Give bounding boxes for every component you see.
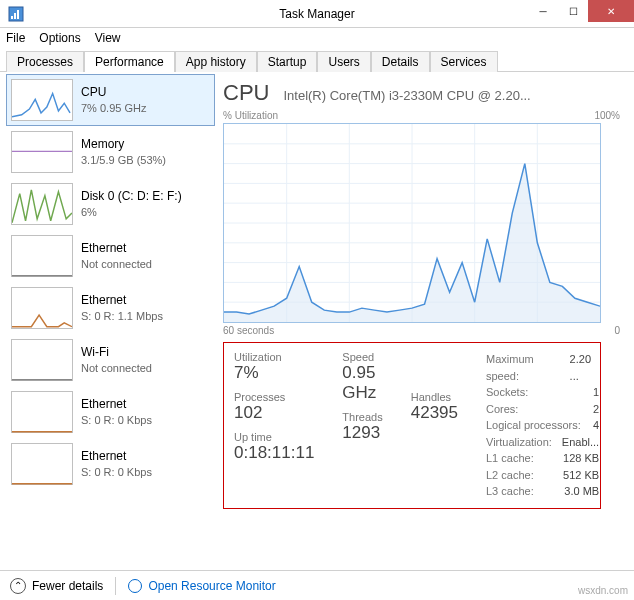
app-icon bbox=[8, 6, 24, 22]
sidebar-item-name: Ethernet bbox=[81, 449, 152, 465]
virt-label: Virtualization: bbox=[486, 434, 552, 451]
speed-label: Speed bbox=[342, 351, 382, 363]
thumbnail-chart bbox=[11, 235, 73, 277]
svg-rect-3 bbox=[17, 10, 19, 19]
sidebar-item-sub: 7% 0.95 GHz bbox=[81, 101, 146, 115]
sidebar-item-ethernet[interactable]: EthernetNot connected bbox=[6, 230, 215, 282]
cpu-utilization-chart bbox=[223, 123, 601, 323]
threads-label: Threads bbox=[342, 411, 382, 423]
maximize-button[interactable]: ☐ bbox=[558, 0, 588, 22]
sidebar[interactable]: CPU7% 0.95 GHzMemory3.1/5.9 GB (53%)Disk… bbox=[0, 72, 215, 570]
sockets-label: Sockets: bbox=[486, 384, 528, 401]
threads-value: 1293 bbox=[342, 423, 382, 443]
title-bar: Task Manager ─ ☐ ✕ bbox=[0, 0, 634, 28]
menu-file[interactable]: File bbox=[6, 31, 25, 45]
thumbnail-chart bbox=[11, 79, 73, 121]
l3-value: 3.0 MB bbox=[564, 483, 599, 500]
sockets-value: 1 bbox=[593, 384, 599, 401]
sidebar-item-sub: Not connected bbox=[81, 361, 152, 375]
utilization-value: 7% bbox=[234, 363, 314, 383]
utilization-label: Utilization bbox=[234, 351, 314, 363]
thumbnail-chart bbox=[11, 339, 73, 381]
sidebar-item-disk-0-c-d-e-f-[interactable]: Disk 0 (C: D: E: F:)6% bbox=[6, 178, 215, 230]
chart-label-top-left: % Utilization bbox=[223, 110, 278, 121]
sidebar-item-ethernet[interactable]: EthernetS: 0 R: 0 Kbps bbox=[6, 438, 215, 490]
maxspeed-label: Maximum speed: bbox=[486, 351, 560, 384]
handles-value: 42395 bbox=[411, 403, 458, 423]
sidebar-item-name: Ethernet bbox=[81, 293, 163, 309]
thumbnail-chart bbox=[11, 443, 73, 485]
lp-label: Logical processors: bbox=[486, 417, 581, 434]
tab-users[interactable]: Users bbox=[317, 51, 370, 72]
uptime-label: Up time bbox=[234, 431, 314, 443]
chevron-up-icon[interactable]: ⌃ bbox=[10, 578, 26, 594]
tab-strip: Processes Performance App history Startu… bbox=[0, 48, 634, 72]
chart-label-bottom-right: 0 bbox=[614, 325, 620, 336]
footer: ⌃ Fewer details Open Resource Monitor bbox=[0, 570, 634, 600]
separator bbox=[115, 577, 116, 595]
chart-label-top-right: 100% bbox=[594, 110, 620, 121]
l1-label: L1 cache: bbox=[486, 450, 534, 467]
handles-label: Handles bbox=[411, 391, 458, 403]
processes-label: Processes bbox=[234, 391, 314, 403]
menu-view[interactable]: View bbox=[95, 31, 121, 45]
svg-rect-2 bbox=[14, 13, 16, 19]
sidebar-item-name: Disk 0 (C: D: E: F:) bbox=[81, 189, 182, 205]
sidebar-item-sub: 3.1/5.9 GB (53%) bbox=[81, 153, 166, 167]
sidebar-item-ethernet[interactable]: EthernetS: 0 R: 0 Kbps bbox=[6, 386, 215, 438]
minimize-button[interactable]: ─ bbox=[528, 0, 558, 22]
sidebar-item-sub: S: 0 R: 0 Kbps bbox=[81, 465, 152, 479]
menu-bar: File Options View bbox=[0, 28, 634, 48]
speed-value: 0.95 GHz bbox=[342, 363, 382, 403]
sidebar-item-name: Memory bbox=[81, 137, 166, 153]
watermark: wsxdn.com bbox=[578, 585, 628, 596]
handles-label-spacer bbox=[411, 351, 458, 363]
tab-processes[interactable]: Processes bbox=[6, 51, 84, 72]
maxspeed-value: 2.20 ... bbox=[570, 351, 600, 384]
sidebar-item-cpu[interactable]: CPU7% 0.95 GHz bbox=[6, 74, 215, 126]
sidebar-item-name: Ethernet bbox=[81, 397, 152, 413]
fewer-details-link[interactable]: Fewer details bbox=[32, 579, 103, 593]
chart-label-bottom-left: 60 seconds bbox=[223, 325, 274, 336]
cpu-model: Intel(R) Core(TM) i3-2330M CPU @ 2.20... bbox=[283, 88, 620, 103]
sidebar-item-memory[interactable]: Memory3.1/5.9 GB (53%) bbox=[6, 126, 215, 178]
close-button[interactable]: ✕ bbox=[588, 0, 634, 22]
l1-value: 128 KB bbox=[563, 450, 599, 467]
sidebar-item-name: Ethernet bbox=[81, 241, 152, 257]
sidebar-item-sub: S: 0 R: 0 Kbps bbox=[81, 413, 152, 427]
virt-value: Enabl... bbox=[562, 434, 599, 451]
tab-startup[interactable]: Startup bbox=[257, 51, 318, 72]
sidebar-item-name: CPU bbox=[81, 85, 146, 101]
l2-value: 512 KB bbox=[563, 467, 599, 484]
sidebar-item-wi-fi[interactable]: Wi-FiNot connected bbox=[6, 334, 215, 386]
thumbnail-chart bbox=[11, 391, 73, 433]
thumbnail-chart bbox=[11, 183, 73, 225]
l3-label: L3 cache: bbox=[486, 483, 534, 500]
sidebar-item-name: Wi-Fi bbox=[81, 345, 152, 361]
uptime-value: 0:18:11:11 bbox=[234, 443, 314, 463]
sidebar-item-sub: S: 0 R: 1.1 Mbps bbox=[81, 309, 163, 323]
l2-label: L2 cache: bbox=[486, 467, 534, 484]
tab-details[interactable]: Details bbox=[371, 51, 430, 72]
tab-performance[interactable]: Performance bbox=[84, 51, 175, 72]
tab-apphistory[interactable]: App history bbox=[175, 51, 257, 72]
lp-value: 4 bbox=[593, 417, 599, 434]
resource-monitor-icon[interactable] bbox=[128, 579, 142, 593]
svg-rect-1 bbox=[11, 16, 13, 19]
cores-value: 2 bbox=[593, 401, 599, 418]
sidebar-item-sub: 6% bbox=[81, 205, 182, 219]
cores-label: Cores: bbox=[486, 401, 518, 418]
sidebar-item-ethernet[interactable]: EthernetS: 0 R: 1.1 Mbps bbox=[6, 282, 215, 334]
processes-value: 102 bbox=[234, 403, 314, 423]
menu-options[interactable]: Options bbox=[39, 31, 80, 45]
tab-services[interactable]: Services bbox=[430, 51, 498, 72]
open-resource-monitor-link[interactable]: Open Resource Monitor bbox=[148, 579, 275, 593]
thumbnail-chart bbox=[11, 287, 73, 329]
main-panel: CPU Intel(R) Core(TM) i3-2330M CPU @ 2.2… bbox=[215, 72, 634, 570]
details-panel: Utilization 7% Processes 102 Up time 0:1… bbox=[223, 342, 601, 509]
sidebar-item-sub: Not connected bbox=[81, 257, 152, 271]
thumbnail-chart bbox=[11, 131, 73, 173]
main-heading: CPU bbox=[223, 80, 269, 106]
window-title: Task Manager bbox=[279, 7, 354, 21]
